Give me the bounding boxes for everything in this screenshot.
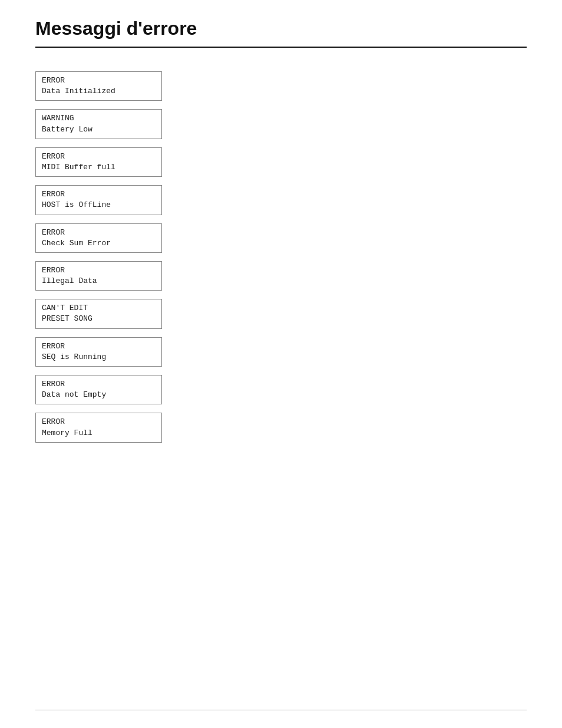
error-check-sum: ERRORCheck Sum Error (35, 223, 162, 253)
error-midi-buffer-full-line1: ERROR (42, 151, 156, 162)
error-data-not-empty-line1: ERROR (42, 379, 156, 390)
bottom-rule (35, 710, 527, 710)
error-host-offline-line2: HOST is OffLine (42, 200, 156, 210)
error-seq-running: ERRORSEQ is Running (35, 337, 162, 367)
error-check-sum-line1: ERROR (42, 228, 156, 238)
error-messages-list: ERRORData InitializedWARNINGBattery LowE… (35, 71, 527, 451)
error-memory-full: ERRORMemory Full (35, 413, 162, 442)
error-midi-buffer-full: ERRORMIDI Buffer full (35, 147, 162, 177)
error-memory-full-line1: ERROR (42, 417, 156, 427)
error-data-not-empty-line2: Data not Empty (42, 390, 156, 400)
error-memory-full-line2: Memory Full (42, 428, 156, 439)
error-seq-running-line2: SEQ is Running (42, 352, 156, 363)
page-title: Messaggi d'errore (35, 0, 527, 48)
cant-edit-preset-song: CAN'T EDITPRESET SONG (35, 299, 162, 328)
error-data-initialized-line1: ERROR (42, 75, 156, 86)
cant-edit-preset-song-line1: CAN'T EDIT (42, 303, 156, 314)
error-data-not-empty: ERRORData not Empty (35, 375, 162, 404)
error-illegal-data-line2: Illegal Data (42, 276, 156, 286)
warning-battery-low-line2: Battery Low (42, 124, 156, 135)
error-illegal-data-line1: ERROR (42, 265, 156, 276)
error-host-offline: ERRORHOST is OffLine (35, 185, 162, 215)
warning-battery-low-line1: WARNING (42, 113, 156, 124)
page-container: Messaggi d'errore ERRORData InitializedW… (0, 0, 562, 728)
cant-edit-preset-song-line2: PRESET SONG (42, 314, 156, 324)
error-data-initialized-line2: Data Initialized (42, 86, 156, 97)
error-illegal-data: ERRORIllegal Data (35, 261, 162, 291)
error-midi-buffer-full-line2: MIDI Buffer full (42, 162, 156, 173)
error-data-initialized: ERRORData Initialized (35, 71, 162, 101)
warning-battery-low: WARNINGBattery Low (35, 109, 162, 139)
error-seq-running-line1: ERROR (42, 341, 156, 352)
error-check-sum-line2: Check Sum Error (42, 238, 156, 249)
error-host-offline-line1: ERROR (42, 189, 156, 200)
